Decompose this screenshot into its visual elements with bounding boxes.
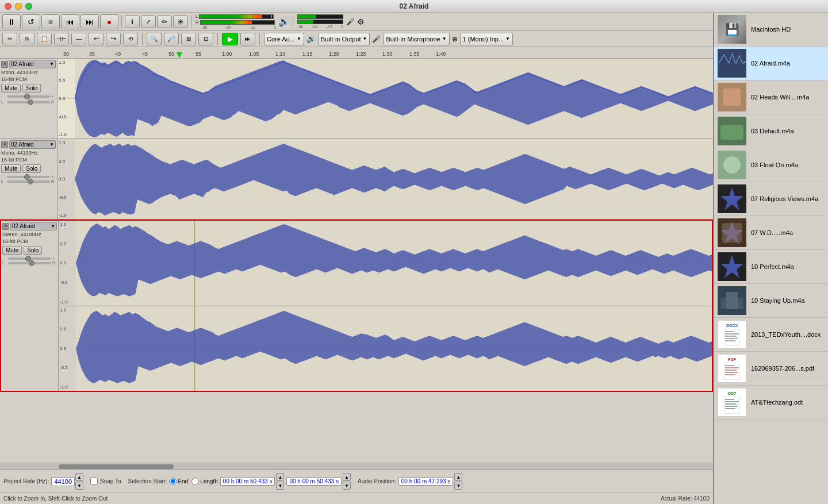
scrollbar-thumb[interactable] [59,464,174,469]
track-3-waveform[interactable]: 1.0 0.5 0.0 -0.5 -1.0 [59,221,712,391]
rate-down[interactable]: ▼ [75,482,83,490]
track-2-close[interactable]: ✕ [1,141,8,148]
close-button[interactable] [5,3,12,10]
core-audio-dropdown[interactable]: Core Au... ▼ [264,33,304,45]
sidebar-item-02-heads[interactable]: 02 Heads Will....m4a [714,80,828,114]
sidebar-item-atnt[interactable]: ODT AT&Ttechzang.odt [714,386,828,420]
track-1-close[interactable]: ✕ [1,61,8,68]
sidebar-item-2013-tedx[interactable]: DOCX 2013_TEDxYouth....docx [714,318,828,352]
zoom-tool[interactable]: ⤢ [141,16,156,28]
track-1-solo[interactable]: Solo [22,84,41,93]
audio-pos-up[interactable]: ▲ [454,473,462,481]
end-val: 00 h 00 m 50.433 s [289,478,339,484]
sidebar-item-162069357[interactable]: PDF 162069357-206...s.pdf [714,352,828,386]
end-radio-label[interactable]: End [169,478,188,485]
zoom-out-button[interactable]: 🔎 [164,33,179,45]
svg-rect-27 [723,89,741,106]
sync-button[interactable]: ⟲ [123,33,138,45]
transport-toolbar: ⏸ ↺ ■ ⏮ ⏭ ● I ⤢ ✏ ✳ L I [0,13,713,31]
track-3-close[interactable]: ✕ [2,223,9,230]
track-2-mute[interactable]: Mute [1,164,21,173]
timeline-ruler[interactable]: 30 35 40 45 50 55 1:00 1:05 1:10 1:15 1:… [0,47,713,59]
length-radio[interactable] [191,478,199,485]
silence-button[interactable]: — [71,33,86,45]
skip-end-button[interactable]: ⏭ [240,33,255,45]
svg-point-31 [723,156,741,174]
output-dropdown[interactable]: Built-in Output ▼ [318,33,370,45]
snap-to-checkbox[interactable] [90,478,98,485]
audio-pos-down[interactable]: ▼ [454,482,462,490]
sidebar-item-02-afraid[interactable]: 02 Afraid.m4a [714,47,828,80]
track-3-pan-slider[interactable] [8,262,51,264]
track-1-pan-slider[interactable] [7,101,50,103]
mic-icon[interactable]: 🎤 [346,18,355,26]
end-down[interactable]: ▼ [343,482,351,490]
track-3-gain-slider[interactable] [8,257,51,260]
track-3-y-axis-1: 1.0 0.5 0.0 -0.5 -1.0 [59,221,76,306]
sidebar-item-07-wd[interactable]: 07 W.D.....m4a [714,216,828,250]
pause-button[interactable]: ⏸ [2,14,21,29]
end-up[interactable]: ▲ [343,473,351,481]
selection-tool[interactable]: I [125,16,140,28]
input-bar-2 [297,20,343,24]
track-3-mute[interactable]: Mute [2,246,22,255]
minimize-button[interactable] [15,3,22,10]
paste-button[interactable]: 📋 [37,33,52,45]
trim-button[interactable]: ⊣⊢ [54,33,69,45]
zoom-fit-button[interactable]: ⊞ [181,33,196,45]
end-radio[interactable] [169,478,177,485]
y3b-n0.5: -0.5 [60,365,75,370]
record-button[interactable]: ● [100,14,118,29]
track-2-name-dropdown[interactable]: 02 Afraid ▼ [9,140,56,149]
copy-button[interactable]: ⎘ [20,33,34,45]
length-radio-label[interactable]: Length [191,478,218,485]
svg-rect-46 [725,338,738,339]
sidebar-item-10-staying[interactable]: 10 Staying Up.m4a [714,284,828,318]
track-2-pan-slider[interactable] [7,180,50,183]
track-1-mute[interactable]: Mute [1,84,21,93]
cut-button[interactable]: ✂ [2,33,17,45]
channel-dropdown[interactable]: 1 (Mono) Inp... ▼ [460,33,513,45]
track-1-name-dropdown[interactable]: 02 Afraid ▼ [9,60,56,68]
sel-start-down[interactable]: ▼ [276,482,284,490]
track-2-pan: L R [1,179,56,183]
undo-button[interactable]: ↩ [89,33,103,45]
draw-tool[interactable]: ✏ [157,16,172,28]
speaker-icon[interactable]: 🔊 [278,16,290,27]
app-body: ⏸ ↺ ■ ⏮ ⏭ ● I ⤢ ✏ ✳ L I [0,13,828,504]
input-label: Built-in Microphone [386,36,440,43]
sidebar-item-10-perfect[interactable]: 10 Perfect.m4a [714,250,828,284]
track-3-name-dropdown[interactable]: 02 Afraid ▼ [10,222,57,230]
ruler-120: 1:20 [329,51,339,57]
prev-button[interactable]: ⏮ [61,14,79,29]
track-1-waveform[interactable]: 1.0 0.5 0.0 -0.5 -1.0 [57,59,713,138]
track-2-gain-slider[interactable] [7,176,50,178]
track-2-waveform[interactable]: 1.0 0.5 0.0 -0.5 -1.0 [57,139,713,219]
rate-up[interactable]: ▲ [75,473,83,481]
channel-label: 1 (Mono) Inp... [463,36,504,43]
sel-start-up[interactable]: ▲ [276,473,284,481]
zoom-sel-button[interactable]: ⊡ [198,33,213,45]
sidebar-item-07-religious[interactable]: 07 Religious Views.m4a [714,182,828,216]
sidebar-item-macintosh-hd[interactable]: 💾 Macintosh HD [714,13,828,47]
stop-button[interactable]: ■ [41,14,60,29]
asterisk-tool[interactable]: ✳ [173,16,188,28]
ruler-115: 1:15 [302,51,313,57]
tracks-area: ✕ 02 Afraid ▼ Mono, 44100Hz 16-bit PCM M… [0,59,713,463]
zoom-in-button[interactable]: 🔍 [147,33,162,45]
maximize-button[interactable] [25,3,32,10]
sidebar-item-03-float[interactable]: 03 Float On.m4a [714,148,828,182]
track-2-solo[interactable]: Solo [22,164,41,173]
play-button[interactable]: ▶ [222,33,238,45]
svg-rect-57 [725,403,737,405]
track-3-solo[interactable]: Solo [24,246,42,255]
next-button[interactable]: ⏭ [80,14,99,29]
horizontal-scrollbar[interactable] [0,463,713,470]
sidebar-item-03-default[interactable]: 03 Default.m4a [714,114,828,148]
track-1-gain-slider[interactable] [7,95,50,98]
settings-icon[interactable]: ⚙ [357,17,365,26]
input-dropdown[interactable]: Built-in Microphone ▼ [383,33,449,45]
redo-button[interactable]: ↪ [106,33,121,45]
svg-rect-25 [718,49,746,78]
loop-button[interactable]: ↺ [22,14,40,29]
